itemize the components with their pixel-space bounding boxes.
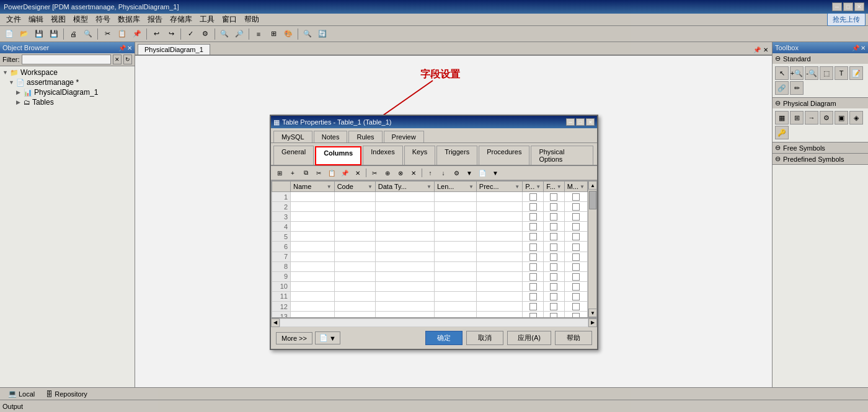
cb-f-6[interactable] [550,243,557,251]
row-p-3[interactable] [523,212,544,222]
row-m-7[interactable] [564,252,587,261]
row-len-6[interactable] [434,242,476,252]
canvas-close-icon[interactable]: ✕ [762,45,769,55]
table-row[interactable]: 8 [272,261,588,271]
table-row[interactable]: 12 [272,302,588,312]
cb-m-9[interactable] [572,273,580,281]
tb-ref[interactable]: → [805,111,818,125]
row-datatype-4[interactable] [375,222,434,232]
script-button[interactable]: 📄 ▼ [315,331,340,344]
row-code-11[interactable] [334,291,375,301]
row-m-9[interactable] [564,271,587,281]
row-m-11[interactable] [564,291,587,301]
bottom-tab-local[interactable]: 💻 Local [2,388,40,399]
cb-m-3[interactable] [572,213,580,221]
cb-p-2[interactable] [529,203,537,211]
vscroll-down-btn[interactable]: ▼ [588,309,597,317]
row-f-1[interactable] [544,192,565,202]
modal-close-btn[interactable]: ✕ [586,118,595,126]
col-header-f[interactable]: F...▼ [544,182,565,192]
cb-f-7[interactable] [550,253,557,261]
filter-clear-btn[interactable]: ✕ [113,55,122,64]
tb-new[interactable]: 📄 [2,27,16,41]
toolbox-section-free-header[interactable]: ⊖ Free Symbols [773,142,868,153]
tab-triggers[interactable]: Triggers [436,146,477,165]
row-len-10[interactable] [434,281,476,291]
row-datatype-3[interactable] [375,212,434,222]
row-p-4[interactable] [523,222,544,232]
row-f-8[interactable] [544,261,565,271]
menu-symbol[interactable]: 符号 [92,13,114,26]
tb-find[interactable]: 🔍 [301,27,314,41]
cancel-button[interactable]: 取消 [466,331,503,345]
tree-item-assertmanage[interactable]: ▼ 📄 assertmanage * [1,77,133,87]
tb-preview[interactable]: 🔍 [81,27,95,41]
cb-m-13[interactable] [572,313,580,317]
row-m-2[interactable] [564,202,587,212]
col-header-p[interactable]: P...▼ [523,182,544,192]
cb-p-5[interactable] [529,233,537,240]
cb-m-10[interactable] [572,283,580,291]
tb-print[interactable]: 🖨 [66,27,80,41]
row-len-4[interactable] [434,222,476,232]
canvas-tab-physicaldiagram[interactable]: PhysicalDiagram_1 [138,44,210,55]
close-btn[interactable]: ✕ [854,2,864,11]
tb-zoom-in[interactable]: 🔍 [218,27,231,41]
row-f-9[interactable] [544,271,565,281]
row-m-10[interactable] [564,281,587,291]
row-prec-6[interactable] [476,242,522,252]
columns-table-scroll[interactable]: Name▼ Code▼ Data Ty...▼ Len...▼ [272,181,596,317]
row-len-11[interactable] [434,291,476,301]
row-prec-11[interactable] [476,291,522,301]
cb-f-3[interactable] [550,213,557,221]
cb-m-12[interactable] [572,303,580,310]
tb-copy[interactable]: 📋 [115,27,129,41]
row-len-13[interactable] [434,312,476,317]
row-m-3[interactable] [564,212,587,222]
tab-general[interactable]: General [273,146,314,165]
row-p-12[interactable] [523,302,544,312]
row-p-11[interactable] [523,291,544,301]
row-name-12[interactable] [291,302,335,312]
cb-p-1[interactable] [529,193,537,201]
more-button[interactable]: More >> [276,332,312,344]
tb-layout[interactable]: ⊞ [267,27,280,41]
cb-p-3[interactable] [529,213,537,221]
tb-pointer[interactable]: ↖ [775,66,789,80]
apply-button[interactable]: 应用(A) [507,331,551,345]
row-prec-4[interactable] [476,222,522,232]
row-code-6[interactable] [334,242,375,252]
row-datatype-6[interactable] [375,242,434,252]
row-code-1[interactable] [334,192,375,202]
row-name-13[interactable] [291,312,335,317]
col-header-prec[interactable]: Prec...▼ [476,182,522,192]
table-row[interactable]: 13 [272,312,588,317]
tb-redo[interactable]: ↪ [164,27,178,41]
vscroll-up-btn[interactable]: ▲ [588,181,597,190]
row-prec-1[interactable] [476,192,522,202]
row-m-5[interactable] [564,232,587,242]
col-tb-props[interactable]: ⚙ [450,167,463,178]
row-p-1[interactable] [523,192,544,202]
row-datatype-8[interactable] [375,261,434,271]
row-prec-9[interactable] [476,271,522,281]
cb-m-11[interactable] [572,293,580,300]
row-m-6[interactable] [564,242,587,252]
filter-input[interactable] [22,55,111,64]
row-f-13[interactable] [544,312,565,317]
row-code-2[interactable] [334,202,375,212]
row-prec-13[interactable] [476,312,522,317]
menu-help[interactable]: 帮助 [241,13,263,26]
tb-pencil[interactable]: ✏ [790,81,804,95]
tb-check[interactable]: ✓ [184,27,197,41]
row-name-11[interactable] [291,291,335,301]
col-tb-paste[interactable]: 📌 [339,167,351,178]
row-len-12[interactable] [434,302,476,312]
row-p-10[interactable] [523,281,544,291]
row-len-3[interactable] [434,212,476,222]
menu-tools[interactable]: 工具 [196,13,218,26]
modal-restore-btn[interactable]: □ [576,118,585,126]
col-tb-insert[interactable]: ⊞ [273,167,286,178]
table-vscrollbar[interactable]: ▲ ▼ [588,181,596,317]
table-row[interactable]: 1 [272,192,588,202]
